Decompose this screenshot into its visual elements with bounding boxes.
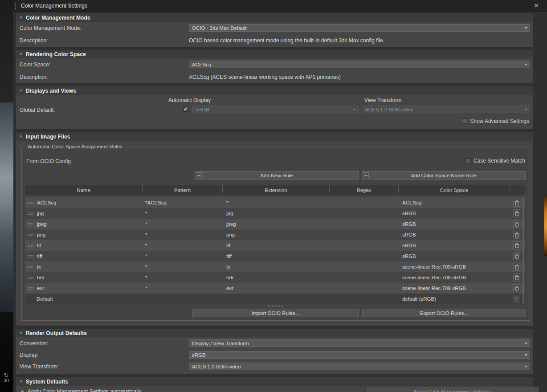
rule-pattern: * [143, 232, 223, 237]
groupbox-title: Automatic Color Space Assignment Rules [25, 144, 125, 149]
delete-rule-button[interactable] [513, 220, 520, 228]
section-title: Render Output Defaults [26, 330, 87, 336]
dialog-title: Color Management Settings [21, 3, 87, 9]
rule-color-space: default (sRGB) [399, 296, 510, 302]
section-header-displays-and-views[interactable]: ▼ Displays and Views [16, 86, 533, 95]
table-row[interactable]: exr * exr scene-linear Rec.709-sRGB [25, 283, 525, 294]
plus-icon: + [363, 172, 369, 178]
close-icon: ✕ [534, 2, 539, 9]
table-row[interactable]: tif * tif sRGB [25, 240, 525, 251]
rendering-description: ACEScg (ACES scene-linear working space … [189, 74, 341, 80]
delete-rule-button[interactable] [513, 284, 520, 292]
trash-icon [515, 233, 519, 237]
column-header-pattern[interactable]: Pattern [143, 185, 223, 195]
add-new-rule-button[interactable]: + Add New Rule [195, 171, 359, 180]
delete-rule-button[interactable] [513, 252, 520, 260]
drag-handle-icon[interactable] [27, 255, 34, 258]
automatic-checkbox[interactable]: ✔ [183, 106, 188, 112]
collapse-arrow-icon: ▼ [19, 331, 23, 335]
viewport-image [0, 102, 13, 312]
column-header-name[interactable]: Name [25, 185, 143, 195]
drag-handle-icon[interactable] [27, 201, 34, 204]
display-label: Display: [16, 352, 189, 358]
drag-handle-icon[interactable] [27, 212, 34, 215]
rule-extension: png [223, 232, 330, 237]
case-sensitive-match-label: Case Sensitive Match [474, 158, 525, 164]
drag-handle-icon[interactable] [27, 276, 34, 279]
global-default-label: Global Default: [20, 107, 55, 113]
delete-rule-button[interactable] [513, 199, 520, 207]
add-color-space-name-rule-button[interactable]: + Add Color Space Name Rule [362, 171, 526, 180]
rule-color-space: sRGB [399, 253, 510, 259]
rule-name: tx [37, 264, 41, 270]
table-row[interactable]: tiff * tiff sRGB [25, 251, 525, 261]
conversion-dropdown[interactable]: Display / View-Transform [189, 339, 530, 347]
section-header-color-management-mode[interactable]: ▼ Color Management Mode [16, 13, 533, 22]
output-view-transform-dropdown[interactable]: ACES 1.0 SDR-video [189, 363, 530, 370]
section-header-rendering-color-space[interactable]: ▼ Rendering Color Space [16, 50, 533, 58]
case-sensitive-match-checkbox[interactable] [465, 158, 471, 163]
table-resize-grip[interactable] [268, 305, 284, 307]
close-button[interactable]: ✕ [532, 2, 541, 10]
collapse-arrow-icon: ▼ [19, 380, 23, 384]
show-advanced-settings-checkbox[interactable] [462, 118, 467, 124]
mode-description: OCIO based color management mode using t… [189, 37, 384, 44]
drag-handle-icon[interactable] [27, 244, 34, 247]
rendering-color-space-dropdown[interactable]: ACEScg [189, 61, 530, 68]
output-display-dropdown[interactable]: sRGB [189, 351, 530, 359]
color-space-label: Color Space: [16, 61, 189, 68]
section-title: Input Image Files [26, 134, 70, 140]
color-management-mode-dropdown[interactable]: OCIO - 3ds Max Default [189, 24, 530, 32]
loop-icon: ↻ [1, 372, 12, 378]
rollout-displays-and-views: ▼ Displays and Views Automatic Display V… [16, 86, 533, 129]
frame-indicator: ↻ 30 [1, 372, 12, 384]
table-row[interactable]: jpeg * jpeg sRGB [25, 219, 525, 229]
delete-rule-button[interactable] [513, 209, 520, 217]
show-advanced-settings-group: Show Advanced Settings [462, 118, 529, 124]
column-header-regex[interactable]: Regex [330, 185, 399, 195]
table-row[interactable]: png * png sRGB [25, 229, 525, 240]
delete-rule-button[interactable] [513, 274, 520, 282]
table-row-default[interactable]: Default default (sRGB) [25, 294, 525, 304]
drag-handle-icon[interactable] [27, 233, 34, 237]
rule-color-space: scene-linear Rec.709-sRGB [399, 264, 510, 270]
column-header-color-space[interactable]: Color Space [399, 185, 510, 195]
delete-rule-button[interactable] [513, 241, 520, 249]
rule-pattern: *ACEScg [143, 200, 223, 205]
section-header-system-defaults[interactable]: ▼ System Defaults [16, 377, 533, 386]
viewport-upper-area [0, 0, 13, 102]
dropdown-value: OCIO - 3ds Max Default [192, 25, 247, 31]
table-row[interactable]: hdr * hdr scene-linear Rec.709-sRGB [25, 272, 525, 283]
rule-pattern: * [143, 275, 223, 280]
column-header-extension[interactable]: Extension [223, 185, 330, 195]
apply-color-management-settings-button[interactable]: Apply Color Management Settings [365, 387, 539, 392]
dropdown-arrow-icon [525, 366, 527, 368]
rollout-color-management-mode: ▼ Color Management Mode Color Management… [16, 13, 533, 47]
drag-handle-icon[interactable] [27, 265, 34, 269]
rollout-rendering-color-space: ▼ Rendering Color Space Color Space: ACE… [16, 50, 533, 83]
global-display-dropdown: sRGB [192, 106, 359, 113]
export-ocio-rules-button[interactable]: Export OCIO Rules... [362, 309, 526, 317]
import-ocio-rules-button[interactable]: Import OCIO Rules... [192, 309, 359, 317]
table-row[interactable]: jpg * jpg sRGB [25, 208, 525, 219]
rollout-render-output-defaults: ▼ Render Output Defaults Conversion: Dis… [16, 329, 533, 374]
dialog-titlebar[interactable]: Color Management Settings ✕ [13, 0, 547, 12]
delete-rule-button[interactable] [513, 231, 520, 239]
table-row[interactable]: ACEScg *ACEScg * ACEScg [25, 197, 525, 208]
section-title: System Defaults [26, 379, 68, 385]
rule-pattern: * [143, 253, 223, 259]
checkmark-icon: ✔ [184, 106, 188, 112]
delete-rule-button[interactable] [513, 263, 520, 271]
table-row[interactable]: tx * tx scene-linear Rec.709-sRGB [25, 261, 525, 272]
section-header-input-image-files[interactable]: ▼ Input Image Files [16, 132, 533, 141]
table-scrollbar[interactable] [523, 198, 524, 304]
drag-handle-icon[interactable] [27, 287, 34, 290]
section-header-render-output-defaults[interactable]: ▼ Render Output Defaults [16, 329, 533, 337]
titlebar-grip-icon[interactable] [15, 2, 17, 9]
apply-automatically-checkbox[interactable]: ✔ [20, 389, 25, 392]
drag-handle-icon[interactable] [27, 223, 34, 226]
collapse-arrow-icon: ▼ [19, 53, 23, 56]
rule-color-space: sRGB [399, 232, 510, 237]
rules-table-body: ACEScg *ACEScg * ACEScg jpg * jpg [25, 197, 525, 304]
section-title: Displays and Views [26, 88, 76, 94]
